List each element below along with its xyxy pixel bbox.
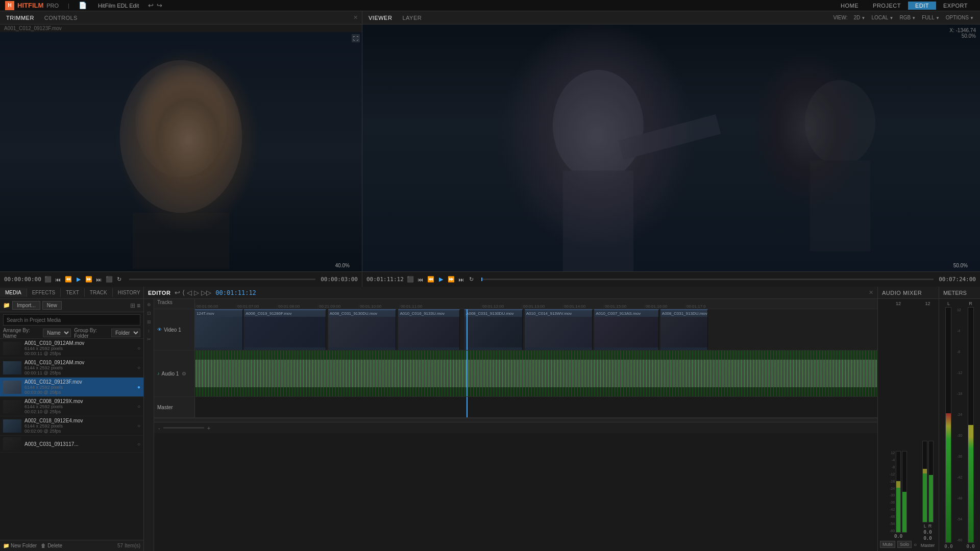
tl-lock-btn[interactable]: ⊡ [145,310,153,317]
clip[interactable]: A010_C016_9133U.mov [398,309,459,350]
clip[interactable]: A008_C031_913DU.mov [660,309,708,350]
zoom-out-icon[interactable]: - [158,425,160,431]
viewer-play[interactable]: ▶ [436,275,446,284]
editor-prev-btn[interactable]: ⟨ [182,289,185,296]
list-item[interactable]: A001_C010_0912AM.mov 6144 x 2592 pixels … [0,358,143,378]
media-info: A003_C031_0913117... [24,441,134,447]
video-track-eye[interactable]: 👁 [157,327,162,332]
nav-edit[interactable]: EDIT [908,2,936,10]
trim-prev[interactable]: ⏮ [54,275,63,284]
viewer-rgb[interactable]: RGB [897,14,918,21]
viewer-full[interactable]: FULL [920,14,942,21]
group-select[interactable]: Folder [111,329,140,337]
mute-button[interactable]: Mute [880,541,895,548]
clip[interactable]: A006_C019_91286F.mov [244,309,326,350]
r-label: R [928,523,932,529]
list-item[interactable]: A002_C008_09129X.mov 6144 x 2592 pixels … [0,397,143,416]
editor-step-back-btn[interactable]: ◁ [187,289,192,296]
clip[interactable]: A008_C031_9130DU.mov [464,309,523,350]
trim-mark-in[interactable]: ⬛ [43,275,53,284]
nav-export[interactable]: EXPORT [936,2,975,10]
list-item[interactable]: A001_C010_0912AM.mov 6144 x 2592 pixels … [0,339,143,358]
trim-loop[interactable]: ↻ [115,275,124,284]
clip-label: A008_C031_913DU.mov [660,310,708,317]
import-button[interactable]: Import... [12,301,40,310]
tab-history[interactable]: HISTORY [113,288,146,297]
clip[interactable]: A008_C031_9130DU.mov [328,309,397,350]
viewer-loop[interactable]: ↻ [467,275,476,284]
ruler-tick: 00:01:15:00 [603,304,644,309]
audio-track-settings[interactable]: ⚙ [182,371,186,377]
editor-play-btn[interactable]: ▷ [194,289,199,296]
trimmer-expand[interactable]: ⛶ [352,34,360,42]
viewer-mark-in[interactable]: ⬛ [406,275,415,284]
zoom-in-icon[interactable]: + [207,425,210,431]
timeline-playhead[interactable] [467,309,468,350]
tl-split-btn[interactable]: ✂ [145,336,153,343]
zoom-slider[interactable] [163,427,204,429]
new-folder-button[interactable]: 📁 New Folder [3,543,37,548]
viewer-scrubber[interactable] [481,279,934,280]
tab-media[interactable]: MEDIA [0,288,27,297]
new-button[interactable]: New [42,301,62,310]
master-track-name: Master [157,405,173,410]
tab-controls[interactable]: CONTROLS [42,14,80,22]
media-search-input[interactable] [3,314,140,325]
tl-snap-btn[interactable]: ⊕ [145,301,153,308]
trim-step-back[interactable]: ⏪ [64,275,73,284]
delete-button[interactable]: 🗑 Delete [41,543,62,548]
viewer-step-back[interactable]: ⏪ [426,275,435,284]
viewer-transport-controls: ⬛ ⏮ ⏪ ▶ ⏩ ⏭ ↻ [406,275,476,284]
editor-back-btn[interactable]: ↩ [175,289,180,296]
vu-level-green [896,488,900,532]
list-item[interactable]: A002_C018_0912E4.mov 6144 x 2592 pixels … [0,416,143,436]
list-item[interactable]: A001_C012_09123F.mov 6144 x 2592 pixels … [0,378,143,397]
viewer-next[interactable]: ⏭ [457,275,466,284]
bottom-row: MEDIA EFFECTS TEXT TRACK HISTORY ✕ 📁 Imp… [0,287,980,551]
pan-icon[interactable]: ○ [914,542,917,547]
trimmer-close[interactable]: ✕ [353,14,358,21]
editor-close[interactable]: ✕ [869,289,873,296]
viewer-prev[interactable]: ⏮ [416,275,425,284]
tl-magnet-btn[interactable]: ↕ [145,327,153,334]
audio-track-icon[interactable]: ♪ [157,371,160,376]
trimmer-scrubber[interactable] [129,279,315,280]
tl-link-btn[interactable]: ⊞ [145,318,153,325]
viewer-local[interactable]: LOCAL [870,14,896,21]
media-thumb [3,381,21,394]
nav-project[interactable]: PROJECT [866,2,908,10]
meters-panel: METERS L 0.0 12 -4 -8 -12 -18 -24 [939,287,980,551]
media-folder-icon[interactable]: 📁 [3,302,10,309]
viewer-view-mode[interactable]: 2D [852,14,868,21]
meters-title: METERS [943,290,967,296]
viewer-options[interactable]: OPTIONS [944,14,976,21]
clip[interactable]: A010_C007_913AS.mov [594,309,659,350]
tab-text[interactable]: TEXT [61,288,85,297]
clip[interactable]: 124T.mov [195,309,243,350]
clip[interactable]: A010_C014_913WV.mov [525,309,593,350]
list-item[interactable]: A003_C031_0913117... ○ [0,436,143,453]
trim-step-fwd[interactable]: ⏩ [84,275,93,284]
editor-step-fwd-btn[interactable]: ▷▷ [201,289,211,296]
timeline-scrollbar[interactable] [154,418,877,422]
tab-effects[interactable]: EFFECTS [27,288,61,297]
tab-track[interactable]: TRACK [85,288,113,297]
tab-trimmer[interactable]: TRIMMER [4,14,36,22]
viewer-step-fwd[interactable]: ⏩ [447,275,456,284]
trim-play[interactable]: ▶ [74,275,83,284]
nav-home[interactable]: HOME [834,2,866,10]
arrange-select[interactable]: Name [43,329,71,337]
media-details2: 00:02:10 @ 25fps [24,409,134,414]
trim-mark-out[interactable]: ⬛ [105,275,114,284]
trim-next[interactable]: ⏭ [94,275,104,284]
media-grid-view[interactable]: ⊞ [130,302,135,309]
viewer-view-label: VIEW: [831,14,849,21]
tab-viewer[interactable]: VIEWER [366,14,394,22]
media-list-view[interactable]: ≡ [137,302,140,309]
solo-button[interactable]: Solo [897,541,912,548]
tab-layer[interactable]: LAYER [400,14,424,22]
ch2-value2: 0.0 [923,536,932,541]
redo-button[interactable]: ↪ [157,2,162,9]
clip-label: A010_C016_9133U.mov [398,310,459,317]
undo-button[interactable]: ↩ [148,2,154,9]
